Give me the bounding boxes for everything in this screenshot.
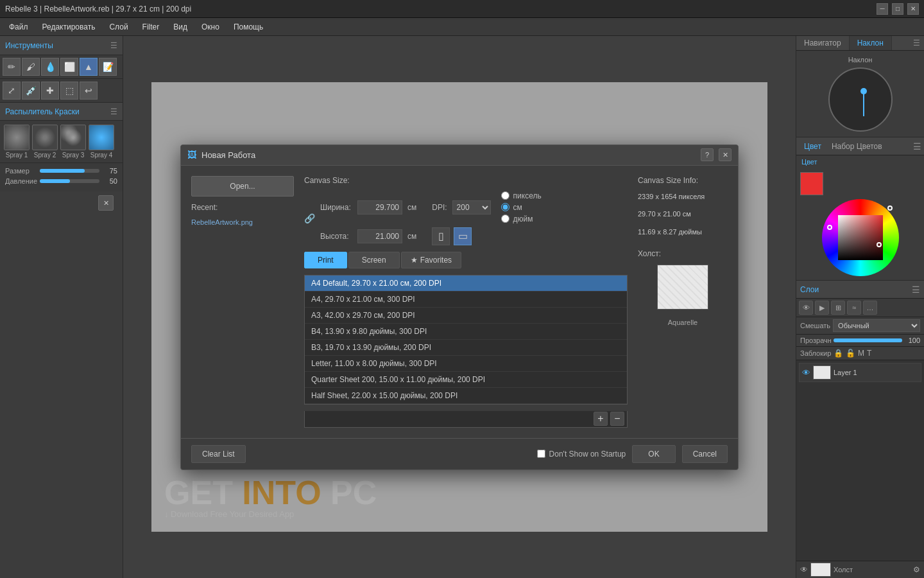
tab-navigator[interactable]: Навигатор xyxy=(796,36,850,50)
canvas-settings-btn[interactable]: ⚙ xyxy=(913,565,920,574)
preset-remove-button[interactable]: − xyxy=(610,412,624,426)
canvas-vis-btn[interactable]: 👁 xyxy=(800,565,808,574)
menu-layer[interactable]: Слой xyxy=(103,21,134,33)
tool-eyedropper[interactable]: 💉 xyxy=(22,82,40,100)
lock-T-btn[interactable]: T xyxy=(867,349,871,358)
dont-show-checkbox[interactable] xyxy=(537,450,545,458)
lock-icons: 🔒 🔓 M T xyxy=(834,349,871,358)
menu-help[interactable]: Помощь xyxy=(227,21,270,33)
spray-preset-2[interactable]: Spray 2 xyxy=(32,125,58,159)
preset-item-0[interactable]: A4 Default, 29.70 x 21.00 см, 200 DPI xyxy=(305,276,627,292)
unit-inch-label: дюйм xyxy=(513,215,533,223)
tab-favorites[interactable]: ★ Favorites xyxy=(401,252,461,268)
dialog-close-button[interactable]: ✕ xyxy=(719,148,732,161)
star-icon: ★ xyxy=(411,256,418,265)
clear-list-button[interactable]: Clear List xyxy=(191,445,246,463)
preset-item-6[interactable]: Quarter Sheet 200, 15.00 x 11.00 дюймы, … xyxy=(305,372,627,388)
wheel-handle-1[interactable] xyxy=(827,225,832,230)
tool-eraser[interactable]: ⬜ xyxy=(60,58,78,76)
preset-item-3[interactable]: B4, 13.90 x 9.80 дюймы, 300 DPI xyxy=(305,324,627,340)
minimize-button[interactable]: ─ xyxy=(877,3,888,15)
width-input[interactable] xyxy=(357,200,402,215)
portrait-button[interactable]: ▯ xyxy=(432,227,450,245)
tab-print[interactable]: Print xyxy=(304,252,347,268)
pressure-slider[interactable] xyxy=(40,179,99,183)
preset-item-4[interactable]: B3, 19.70 x 13.90 дюймы, 200 DPI xyxy=(305,340,627,356)
menu-file[interactable]: Файл xyxy=(3,21,35,33)
tab-screen[interactable]: Screen xyxy=(348,252,400,268)
tool-move[interactable]: ⤢ xyxy=(3,82,21,100)
preset-item-1[interactable]: A4, 29.70 x 21.00 см, 300 DPI xyxy=(305,292,627,308)
cancel-button[interactable]: Cancel xyxy=(682,445,728,463)
unit-cm-radio[interactable] xyxy=(501,203,509,211)
unit-inch-radio[interactable] xyxy=(501,215,509,223)
tools-menu-icon[interactable]: ☰ xyxy=(110,41,117,50)
opacity-slider[interactable] xyxy=(834,338,902,342)
tool-smudge[interactable]: ✚ xyxy=(41,82,59,100)
layer-frames-btn[interactable]: ⊞ xyxy=(831,301,845,315)
preset-item-2[interactable]: A3, 42.00 x 29.70 см, 200 DPI xyxy=(305,308,627,324)
spray-preset-1[interactable]: Spray 1 xyxy=(4,125,30,159)
layer-play-btn[interactable]: ▶ xyxy=(815,301,829,315)
tab-tilt[interactable]: Наклон xyxy=(850,36,892,50)
maximize-button[interactable]: □ xyxy=(892,3,903,15)
preset-item-5[interactable]: Letter, 11.00 x 8.00 дюймы, 300 DPI xyxy=(305,356,627,372)
height-label: Высота: xyxy=(320,232,352,241)
size-slider[interactable] xyxy=(40,169,99,173)
blend-select[interactable]: Обычный Умножение Осветление xyxy=(833,319,920,332)
current-color-swatch[interactable] xyxy=(800,172,823,195)
layer-visibility-btn[interactable]: 👁 xyxy=(799,301,813,315)
menu-filter[interactable]: Filter xyxy=(136,21,166,33)
tool-airbrush[interactable]: ▲ xyxy=(80,58,98,76)
preset-add-button[interactable]: + xyxy=(594,412,608,426)
tab-palette[interactable]: Набор Цветов xyxy=(826,141,887,152)
dialog-right-panel: Canvas Size Info: 2339 x 1654 пикселя 29… xyxy=(638,176,728,428)
layer-visibility-icon[interactable]: 👁 xyxy=(802,368,810,378)
width-unit: см xyxy=(407,203,416,212)
preset-item-7[interactable]: Half Sheet, 22.00 x 15.00 дюймы, 200 DPI xyxy=(305,388,627,404)
spray-thumb-3 xyxy=(60,125,86,150)
width-label: Ширина: xyxy=(320,203,352,212)
tool-brush[interactable]: 🖌 xyxy=(22,58,40,76)
layers-panel-menu[interactable]: ☰ xyxy=(912,285,920,295)
layer-heat-btn[interactable]: ≈ xyxy=(847,301,861,315)
dialog-body: Open... Recent: RebelleArtwork.png Canva… xyxy=(181,166,738,438)
spray-preset-4[interactable]: Spray 4 xyxy=(89,125,114,159)
layer-more-btn[interactable]: … xyxy=(863,301,877,315)
tilt-widget: Наклон xyxy=(796,51,924,137)
layer-item-1[interactable]: 👁 Layer 1 xyxy=(799,363,921,382)
color-panel-menu[interactable]: ☰ xyxy=(913,141,921,152)
tool-selection[interactable]: ⬚ xyxy=(60,82,78,100)
tool-waterbrush[interactable]: 💧 xyxy=(41,58,59,76)
height-input[interactable] xyxy=(357,229,402,243)
tool-pencil[interactable]: ✏ xyxy=(3,58,21,76)
lock-label: Заблокир xyxy=(800,349,831,357)
ok-button[interactable]: OK xyxy=(632,445,675,463)
spray-preset-3[interactable]: Spray 3 xyxy=(60,125,86,159)
color-square[interactable] xyxy=(838,215,883,260)
dpi-select[interactable]: 200 300 72 150 xyxy=(452,200,491,215)
lock-pixels-btn[interactable]: 🔒 xyxy=(834,349,843,358)
menu-edit[interactable]: Редактировать xyxy=(36,21,102,33)
dialog-help-button[interactable]: ? xyxy=(701,148,714,161)
tilt-circle[interactable] xyxy=(828,67,893,132)
nav-panel-menu[interactable]: ☰ xyxy=(909,36,924,50)
open-button[interactable]: Open... xyxy=(191,176,294,197)
tab-color[interactable]: Цвет xyxy=(799,141,826,152)
clear-brush-button[interactable]: ✕ xyxy=(98,195,114,211)
lock-M-btn[interactable]: M xyxy=(858,349,864,358)
menu-window[interactable]: Окно xyxy=(195,21,226,33)
recent-file-item[interactable]: RebelleArtwork.png xyxy=(191,218,294,226)
wheel-handle-2[interactable] xyxy=(887,206,893,211)
tool-icons-row1: ✏ 🖌 💧 ⬜ ▲ 📝 xyxy=(0,55,123,79)
tool-ink[interactable]: 📝 xyxy=(99,58,117,76)
close-button[interactable]: ✕ xyxy=(907,3,919,15)
color-wheel[interactable] xyxy=(822,199,899,276)
spray-menu-icon[interactable]: ☰ xyxy=(110,107,117,116)
menu-view[interactable]: Вид xyxy=(167,21,194,33)
tool-undo[interactable]: ↩ xyxy=(80,82,98,100)
unit-pixels-radio[interactable] xyxy=(501,191,509,200)
color-square-handle[interactable] xyxy=(877,242,882,247)
lock-alpha-btn[interactable]: 🔓 xyxy=(846,349,855,358)
landscape-button[interactable]: ▭ xyxy=(454,227,472,245)
